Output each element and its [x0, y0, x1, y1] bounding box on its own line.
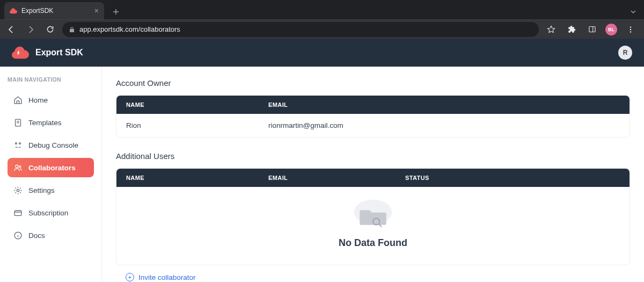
owner-email-cell: rionrmartin@gmail.com: [268, 121, 620, 129]
sidebar-item-docs[interactable]: Docs: [8, 226, 94, 245]
sidebar-item-collaborators[interactable]: Collaborators: [8, 158, 94, 177]
svg-rect-10: [14, 211, 21, 215]
profile-badge[interactable]: BL: [605, 24, 617, 35]
gear-icon: [13, 185, 23, 195]
back-button[interactable]: [4, 23, 18, 37]
users-table-header: NAME EMAIL STATUS: [116, 169, 630, 187]
app-header: Export SDK R: [0, 39, 644, 67]
svg-point-3: [630, 31, 631, 32]
owner-table: NAME EMAIL Rion rionrmartin@gmail.com: [116, 95, 630, 138]
sidebar-item-label: Home: [28, 96, 48, 104]
owner-name-cell: Rion: [126, 121, 268, 129]
sidebar-item-label: Collaborators: [28, 164, 76, 172]
col-status-header: STATUS: [405, 175, 566, 181]
sidebar-item-label: Subscription: [28, 209, 68, 217]
browser-chrome: ExportSDK × app.exportsdk.com/collaborat…: [0, 0, 644, 39]
svg-point-6: [19, 142, 20, 144]
users-table: NAME EMAIL STATUS No Data Found: [116, 168, 630, 265]
forward-button[interactable]: [24, 23, 38, 37]
favicon-icon: [10, 7, 17, 15]
tab-title: ExportSDK: [21, 7, 53, 15]
sidebar-item-subscription[interactable]: Subscription: [8, 203, 94, 222]
info-icon: [13, 230, 23, 240]
main-content: Account Owner NAME EMAIL Rion rionrmarti…: [102, 67, 644, 282]
svg-point-8: [19, 165, 21, 168]
templates-icon: [13, 118, 23, 127]
card-icon: [13, 208, 23, 218]
table-row: Rion rionrmartin@gmail.com: [116, 114, 630, 137]
browser-tab[interactable]: ExportSDK ×: [4, 2, 104, 19]
sidebar-item-label: Docs: [28, 232, 45, 240]
nav-heading: MAIN NAVIGATION: [8, 76, 94, 83]
lock-icon: [69, 26, 75, 33]
star-icon[interactable]: [544, 23, 558, 37]
sidebar-item-label: Debug Console: [28, 141, 78, 149]
owner-table-header: NAME EMAIL: [116, 96, 630, 114]
svg-point-1: [630, 26, 631, 27]
address-bar[interactable]: app.exportsdk.com/collaborators: [62, 22, 539, 37]
app-root: Export SDK R MAIN NAVIGATION Home Templa…: [0, 39, 644, 282]
avatar[interactable]: R: [618, 46, 632, 60]
sidebar: MAIN NAVIGATION Home Templates Debug Con…: [0, 67, 102, 282]
invite-label: Invite collaborator: [138, 273, 196, 281]
svg-point-2: [630, 28, 631, 30]
menu-icon[interactable]: [624, 23, 638, 37]
svg-rect-0: [589, 27, 595, 32]
plus-circle-icon: +: [126, 273, 134, 281]
account-owner-title: Account Owner: [116, 78, 630, 88]
home-icon: [13, 95, 23, 105]
col-name-header: NAME: [126, 102, 268, 108]
svg-point-9: [17, 189, 19, 191]
debug-icon: [13, 140, 23, 150]
empty-text: No Data Found: [339, 237, 407, 249]
close-tab-icon[interactable]: ×: [94, 6, 99, 15]
browser-toolbar: app.exportsdk.com/collaborators BL: [0, 19, 644, 39]
url-text: app.exportsdk.com/collaborators: [79, 25, 180, 33]
sidebar-item-debug[interactable]: Debug Console: [8, 135, 94, 155]
col-name-header: NAME: [126, 175, 268, 181]
svg-point-5: [15, 142, 17, 144]
tabs-dropdown-icon[interactable]: [626, 4, 641, 19]
additional-users-title: Additional Users: [116, 151, 630, 161]
invite-collaborator-button[interactable]: + Invite collaborator: [116, 271, 206, 282]
logo-icon: [12, 46, 29, 60]
tab-strip: ExportSDK ×: [0, 0, 644, 19]
reload-button[interactable]: [43, 23, 57, 37]
brand-name: Export SDK: [35, 48, 83, 57]
sidebar-item-home[interactable]: Home: [8, 90, 94, 110]
collaborators-icon: [13, 163, 23, 172]
svg-point-7: [15, 165, 18, 168]
extensions-icon[interactable]: [565, 23, 579, 37]
new-tab-button[interactable]: [108, 4, 123, 19]
panel-icon[interactable]: [585, 23, 599, 37]
sidebar-item-templates[interactable]: Templates: [8, 113, 94, 132]
sidebar-item-settings[interactable]: Settings: [8, 180, 94, 200]
sidebar-item-label: Templates: [28, 119, 62, 127]
empty-state: No Data Found: [116, 187, 630, 265]
col-email-header: EMAIL: [268, 175, 405, 181]
sidebar-item-label: Settings: [28, 186, 55, 194]
empty-folder-icon: [352, 199, 394, 232]
col-email-header: EMAIL: [268, 102, 620, 108]
